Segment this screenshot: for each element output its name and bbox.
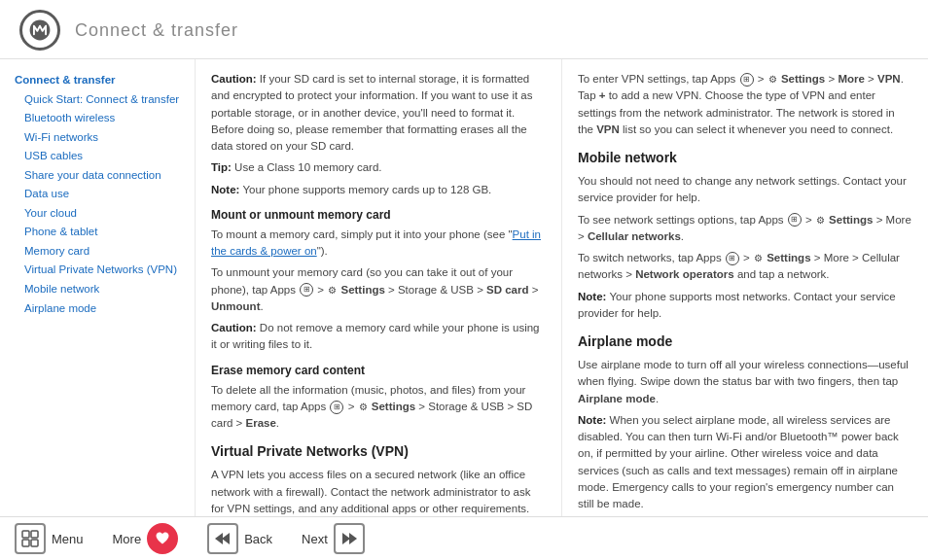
sidebar-item-mobile-network[interactable]: Mobile network [15, 280, 180, 299]
mobile-p3: To switch networks, tap Apps ⊞ > ⚙ Setti… [578, 250, 912, 284]
caution-remove-card: Caution: Do not remove a memory card whi… [211, 320, 546, 354]
menu-icon [15, 523, 46, 554]
airplane-note: Note: When you select airplane mode, all… [578, 412, 912, 513]
settings-label-1: Settings [340, 284, 384, 296]
sidebar-item-memory-card[interactable]: Memory card [15, 242, 180, 262]
page-title: Connect & transfer [75, 20, 238, 41]
next-icon [334, 523, 365, 554]
footer: Menu More Back Next [0, 516, 928, 560]
back-button[interactable]: Back [207, 523, 272, 554]
note-label: Note: [211, 184, 239, 195]
sidebar-item-usb[interactable]: USB cables [15, 147, 180, 166]
airplane-note-label: Note: [578, 414, 606, 426]
next-label: Next [302, 532, 328, 546]
gear-icon-2: ⚙ [359, 400, 368, 414]
sidebar-item-phone-tablet[interactable]: Phone & tablet [15, 223, 180, 242]
mobile-note-label: Note: [578, 291, 606, 302]
more-button[interactable]: More [113, 523, 179, 554]
footer-more-section: More [113, 523, 179, 554]
mount-p1-end: "). [317, 245, 328, 257]
caution1-text: If your SD card is set to internal stora… [211, 73, 533, 152]
mount-p2: To unmount your memory card (so you can … [211, 264, 546, 315]
svg-rect-1 [31, 531, 38, 538]
sidebar-item-data-use[interactable]: Data use [15, 185, 180, 204]
content-col-2: To enter VPN settings, tap Apps ⊞ > ⚙ Se… [561, 59, 928, 516]
sidebar-item-share-data[interactable]: Share your data connection [15, 166, 180, 186]
next-button[interactable]: Next [302, 523, 365, 554]
erase-p: To delete all the information (music, ph… [211, 382, 546, 433]
footer-back-section: Back [207, 523, 272, 554]
tip-class10: Tip: Use a Class 10 memory card. [211, 159, 546, 176]
caution1-label: Caution: [211, 73, 257, 85]
more-label: More [113, 532, 142, 546]
caution2-text: Do not remove a memory card while your p… [211, 322, 539, 350]
plus-label: + [599, 89, 606, 101]
mobile-note-text: Your phone supports most networks. Conta… [578, 291, 896, 319]
settings-label-5: Settings [767, 252, 810, 263]
apps-icon-1: ⊞ [300, 283, 313, 297]
sidebar: Connect & transfer Quick Start: Connect … [0, 59, 195, 516]
sidebar-item-your-cloud[interactable]: Your cloud [15, 204, 180, 224]
apps-icon-3: ⊞ [740, 73, 754, 87]
heart-icon [147, 523, 178, 554]
mobile-p2: To see network settings options, tap App… [578, 212, 912, 246]
sidebar-item-quick-start[interactable]: Quick Start: Connect & transfer [15, 90, 180, 110]
motorola-logo [19, 10, 60, 51]
mount-p1-start: To mount a memory card, simply put it in… [211, 228, 513, 240]
more-label-1: More [838, 73, 864, 85]
settings-label-3: Settings [781, 73, 825, 85]
settings-label-2: Settings [372, 401, 415, 412]
airplane-mode-label: Airplane mode [578, 393, 656, 404]
sidebar-item-bluetooth[interactable]: Bluetooth wireless [15, 109, 180, 128]
unmount-label: Unmount [211, 300, 260, 312]
gear-icon-3: ⚙ [768, 72, 777, 87]
svg-rect-2 [22, 540, 29, 546]
gear-icon-1: ⚙ [328, 283, 337, 298]
back-label: Back [244, 532, 272, 546]
svg-rect-3 [31, 540, 38, 546]
vpn-label: VPN [877, 73, 901, 85]
cellular-label: Cellular networks [588, 230, 681, 242]
mount-unmount-heading: Mount or unmount memory card [211, 206, 546, 224]
header: Connect & transfer [0, 0, 928, 59]
footer-next-section: Next [302, 523, 365, 554]
main-content: Connect & transfer Quick Start: Connect … [0, 59, 928, 516]
airplane-p1: Use airplane mode to turn off all your w… [578, 357, 912, 407]
note-text: Your phone supports memory cards up to 1… [242, 184, 491, 195]
svg-marker-6 [342, 533, 350, 544]
sdcard-label: SD card [486, 284, 528, 296]
menu-button[interactable]: Menu [15, 523, 84, 554]
sidebar-item-connect-transfer[interactable]: Connect & transfer [15, 71, 180, 90]
mobile-note: Note: Your phone supports most networks.… [578, 289, 912, 323]
mobile-p1: You should not need to change any networ… [578, 173, 912, 207]
apps-icon-4: ⊞ [788, 213, 802, 227]
svg-marker-7 [349, 533, 357, 544]
svg-marker-4 [222, 533, 230, 544]
airplane-note-text: When you select airplane mode, all wirel… [578, 414, 899, 509]
svg-marker-5 [215, 533, 223, 544]
tip-label: Tip: [211, 161, 232, 173]
apps-icon-2: ⊞ [330, 401, 343, 414]
footer-menu-section: Menu [15, 523, 84, 554]
erase-heading: Erase memory card content [211, 362, 546, 379]
sidebar-item-wifi[interactable]: Wi-Fi networks [15, 128, 180, 148]
vpn-p: A VPN lets you access files on a secured… [211, 467, 546, 516]
back-icon [207, 523, 238, 554]
caution2-label: Caution: [211, 322, 257, 333]
vpn-heading: Virtual Private Networks (VPN) [211, 441, 546, 462]
caution-sdcard: Caution: If your SD card is set to inter… [211, 71, 546, 155]
sidebar-item-airplane-mode[interactable]: Airplane mode [15, 299, 180, 319]
menu-label: Menu [52, 532, 84, 546]
sidebar-item-vpn[interactable]: Virtual Private Networks (VPN) [15, 261, 180, 280]
content-col-1: Caution: If your SD card is set to inter… [195, 59, 561, 516]
tip-text: Use a Class 10 memory card. [234, 161, 381, 173]
settings-label-4: Settings [829, 214, 873, 226]
mount-p1: To mount a memory card, simply put it in… [211, 227, 546, 261]
mobile-network-heading: Mobile network [578, 148, 912, 168]
gear-icon-5: ⚙ [754, 251, 763, 265]
gear-icon-4: ⚙ [816, 213, 825, 228]
vpn-enter-p: To enter VPN settings, tap Apps ⊞ > ⚙ Se… [578, 71, 912, 138]
vpn-list-label: VPN [596, 123, 620, 135]
network-operators-label: Network operators [635, 268, 734, 280]
note-128gb: Note: Your phone supports memory cards u… [211, 182, 546, 198]
